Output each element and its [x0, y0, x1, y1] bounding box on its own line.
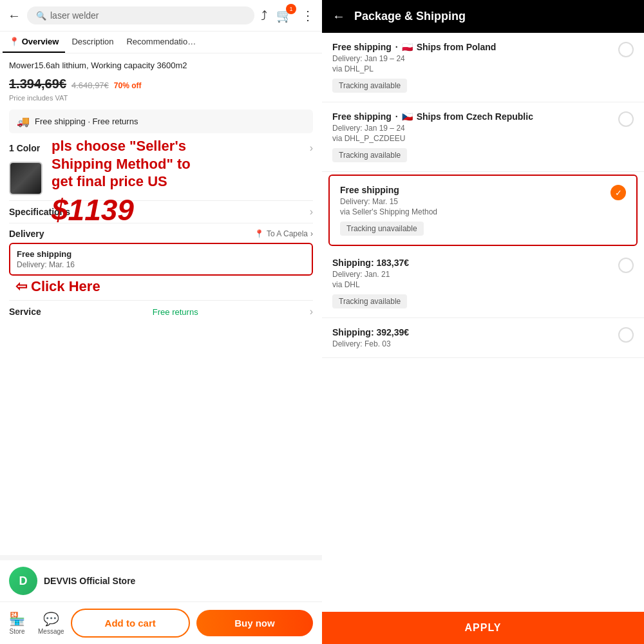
ship-name-3: Free shipping	[340, 185, 399, 195]
color-label: 1 Color	[9, 143, 40, 153]
ship-title-3: Free shipping	[340, 185, 604, 195]
more-icon[interactable]: ⋮	[301, 8, 314, 23]
price-row: 1.394,69€ 4.648,97€ 70% off	[0, 74, 322, 94]
shipping-option-1[interactable]: Free shipping · 🇵🇱 Ships from Poland Del…	[322, 33, 644, 102]
right-panel: ← Package & Shipping Free shipping · 🇵🇱 …	[322, 0, 644, 644]
ship-delivery-1: Delivery: Jan 19 – 24	[332, 54, 612, 63]
store-name: DEVVIS Official Store	[44, 576, 135, 586]
radio-3[interactable]: ✓	[611, 185, 626, 200]
search-box[interactable]: 🔍 laser welder	[27, 6, 254, 24]
add-to-cart-button[interactable]: Add to cart	[71, 609, 190, 638]
pin-icon: 📍	[9, 37, 19, 46]
ship-info-3: Free shipping Delivery: Mar. 15 via Sell…	[340, 185, 604, 236]
delivery-section: Delivery 📍 To A Capela › Free shipping D…	[0, 223, 322, 300]
store-row: D DEVVIS Official Store	[0, 555, 322, 601]
right-header: ← Package & Shipping	[322, 0, 644, 33]
search-text: laser welder	[50, 10, 99, 21]
cart-badge: 1	[286, 4, 296, 14]
delivery-box[interactable]: Free shipping Delivery: Mar. 16	[9, 243, 313, 276]
right-back-button[interactable]: ←	[332, 9, 345, 24]
service-section: Service Free returns ›	[0, 301, 322, 323]
tracking-badge-1: Tracking available	[332, 79, 407, 93]
specs-label: Specifications	[9, 207, 70, 217]
ship-name-2: Free shipping	[332, 111, 392, 122]
store-bottom-label: Store	[10, 628, 25, 635]
ship-name-1: Free shipping	[332, 42, 392, 52]
color-swatches	[0, 159, 322, 200]
shipping-banner: 🚚 Free shipping · Free returns	[9, 109, 313, 133]
ship-via-1: via DHL_PL	[332, 64, 612, 73]
price-main: 1.394,69€	[9, 77, 66, 91]
ship-delivery-2: Delivery: Jan 19 – 24	[332, 124, 612, 133]
message-label: Message	[38, 628, 64, 635]
specs-chevron: ›	[310, 206, 313, 218]
back-button[interactable]: ←	[8, 8, 21, 23]
tracking-badge-4: Tracking available	[332, 294, 407, 308]
service-chevron: ›	[310, 306, 313, 317]
ship-dot-2: ·	[395, 111, 398, 122]
radio-2[interactable]	[618, 111, 634, 127]
ship-title-1: Free shipping · 🇵🇱 Ships from Poland	[332, 42, 612, 52]
ship-info-1: Free shipping · 🇵🇱 Ships from Poland Del…	[332, 42, 612, 93]
top-icons: ⤴ 🛒 1 ⋮	[261, 8, 314, 23]
ship-info-5: Shipping: 392,39€ Delivery: Feb. 03	[332, 327, 612, 348]
ship-delivery-3: Delivery: Mar. 15	[340, 197, 604, 206]
shipping-option-5[interactable]: Shipping: 392,39€ Delivery: Feb. 03	[322, 318, 644, 358]
shipping-option-2[interactable]: Free shipping · 🇨🇿 Ships from Czech Repu…	[322, 102, 644, 172]
delivery-location[interactable]: 📍 To A Capela ›	[254, 229, 313, 238]
left-panel: ← 🔍 laser welder ⤴ 🛒 1 ⋮ 📍 Overview Desc…	[0, 0, 322, 644]
vat-text: Price includes VAT	[0, 94, 322, 106]
tab-overview-label: Overview	[22, 37, 59, 46]
bottom-bar: 🏪 Store 💬 Message Add to cart Buy now	[0, 601, 322, 644]
click-here-text: Click Here	[31, 278, 100, 295]
ship-title-5: Shipping: 392,39€	[332, 327, 612, 337]
ship-name-5: Shipping: 392,39€	[332, 327, 409, 337]
cart-icon[interactable]: 🛒 1	[276, 8, 292, 23]
color-section: 1 Color › pls choose "Seller's Shipping …	[0, 137, 322, 200]
ship-from-2: Ships from Czech Republic	[417, 111, 533, 122]
click-here-annotation: ⇦ Click Here	[9, 278, 313, 295]
shipping-banner-text: Free shipping · Free returns	[35, 117, 138, 126]
ship-via-4: via DHL	[332, 280, 612, 289]
check-icon: ✓	[615, 188, 622, 198]
store-initial: D	[19, 574, 28, 588]
ship-via-3: via Seller's Shipping Method	[340, 207, 604, 216]
shipping-option-4[interactable]: Shipping: 183,37€ Delivery: Jan. 21 via …	[322, 249, 644, 318]
radio-5[interactable]	[618, 327, 634, 343]
radio-1[interactable]	[618, 42, 634, 57]
message-btn[interactable]: 💬 Message	[38, 611, 64, 635]
buy-now-button[interactable]: Buy now	[196, 610, 313, 636]
tab-description[interactable]: Description	[65, 32, 120, 53]
location-chevron: ›	[310, 229, 313, 238]
ship-info-4: Shipping: 183,37€ Delivery: Jan. 21 via …	[332, 258, 612, 308]
tab-recommendation[interactable]: Recommendatio…	[120, 32, 202, 53]
store-bottom-btn[interactable]: 🏪 Store	[9, 611, 25, 635]
right-header-title: Package & Shipping	[354, 10, 466, 23]
shipping-option-3[interactable]: Free shipping Delivery: Mar. 15 via Sell…	[328, 175, 638, 246]
radio-4[interactable]	[618, 258, 634, 273]
tab-overview[interactable]: 📍 Overview	[3, 32, 65, 53]
delivery-box-title: Free shipping	[17, 249, 305, 259]
ship-delivery-4: Delivery: Jan. 21	[332, 270, 612, 279]
tracking-badge-2: Tracking available	[332, 148, 407, 162]
location-text: To A Capela	[267, 229, 308, 238]
ship-via-2: via DHL_P_CZDEEU	[332, 134, 612, 143]
ship-title-2: Free shipping · 🇨🇿 Ships from Czech Repu…	[332, 111, 612, 122]
ship-dot-1: ·	[395, 42, 398, 52]
color-swatch-1[interactable]	[9, 162, 43, 195]
discount-badge: 70% off	[114, 81, 142, 90]
store-avatar: D	[9, 567, 37, 595]
bottom-icons: 🏪 Store 💬 Message	[9, 611, 64, 635]
product-title: Mower15.6ah lithium, Working capacity 36…	[0, 53, 322, 74]
tracking-unavail-3: Tracking unavailable	[340, 222, 424, 236]
share-icon[interactable]: ⤴	[261, 8, 267, 23]
ship-from-1: Ships from Poland	[417, 42, 497, 52]
delivery-label: Delivery	[9, 229, 44, 239]
top-bar: ← 🔍 laser welder ⤴ 🛒 1 ⋮	[0, 0, 322, 32]
specs-row[interactable]: Specifications ›	[0, 201, 322, 223]
apply-button[interactable]: APPLY	[322, 612, 644, 644]
ship-flag-2: 🇨🇿	[402, 111, 413, 122]
delivery-box-date: Delivery: Mar. 16	[17, 260, 305, 269]
color-row[interactable]: 1 Color ›	[0, 137, 322, 159]
nav-tabs: 📍 Overview Description Recommendatio…	[0, 32, 322, 53]
